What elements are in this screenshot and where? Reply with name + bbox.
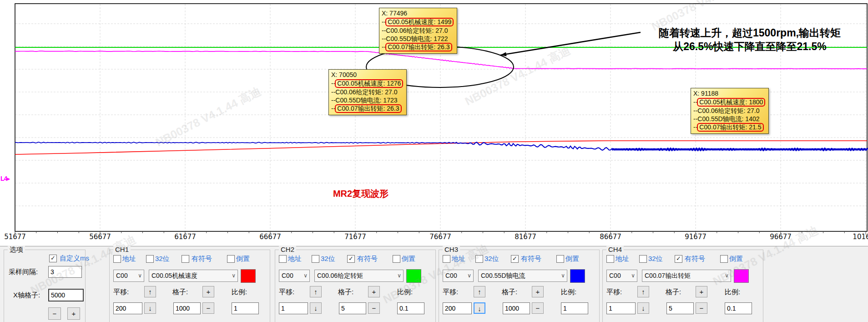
x-axis-label: 61677 <box>174 233 196 241</box>
x-axis-label: 96677 <box>770 233 792 241</box>
trigger-marker-l4[interactable]: L4▸ <box>0 175 10 182</box>
ch2-32bit-label[interactable]: 32位 <box>321 255 335 263</box>
ch1-32bit-label[interactable]: 32位 <box>155 255 170 263</box>
ch2-color-swatch[interactable] <box>406 269 421 283</box>
x-grid-plus-button[interactable]: + <box>67 307 80 320</box>
ch4-signed-label[interactable]: 有符号 <box>685 255 705 263</box>
ch2-invert-label[interactable]: 倒置 <box>402 255 415 263</box>
ch3-signal-select[interactable]: C00.55D轴电流∨ <box>478 270 567 282</box>
ch4-address-label[interactable]: 地址 <box>616 255 629 263</box>
ch1-signal-value: C00.05机械速度 <box>151 272 197 279</box>
ch3-grid-plus-button[interactable]: + <box>532 286 544 297</box>
ch4-32bit-label[interactable]: 32位 <box>648 255 663 263</box>
data-tooltip: X: 70050--C00.05机械速度: 1276--C00.06给定转矩: … <box>328 69 407 115</box>
ch4-invert-checkbox[interactable] <box>720 255 728 263</box>
ch1-pan-input[interactable] <box>113 302 142 314</box>
ch1-group-select[interactable]: C00∨ <box>113 270 144 282</box>
ch2-signed-label[interactable]: 有符号 <box>357 255 378 263</box>
ch4-scale-input[interactable] <box>725 302 752 314</box>
custom-ms-checkbox[interactable]: ✓ <box>49 255 57 262</box>
ch3-address-checkbox[interactable] <box>443 255 450 263</box>
x-grid-input[interactable] <box>48 289 84 302</box>
ch3-invert-checkbox[interactable] <box>556 255 564 263</box>
ch4-32bit-checkbox[interactable] <box>639 255 647 263</box>
ch4-signed-checkbox[interactable]: ✓ <box>675 255 682 263</box>
ch2-address-label[interactable]: 地址 <box>288 255 302 263</box>
ch3-scale-input[interactable] <box>561 302 588 314</box>
ch1-signed-checkbox[interactable] <box>182 255 189 263</box>
waveform-chart[interactable]: 5167756677616776667771677766778167786677… <box>0 0 868 246</box>
ch4-color-swatch[interactable] <box>734 269 749 283</box>
ch4-pan-input[interactable] <box>606 302 636 314</box>
tooltip-line: --C00.05机械速度: 1499 <box>382 18 454 26</box>
ch1-address-checkbox[interactable] <box>113 255 121 263</box>
ch1-color-swatch[interactable] <box>241 269 256 283</box>
options-group: 选项 ✓ 自定义ms 采样间隔: X轴格子: − + <box>4 250 86 322</box>
ch3-grid-label: 格子: <box>502 288 517 296</box>
ch3-signed-checkbox[interactable]: ✓ <box>511 255 519 263</box>
sample-interval-input[interactable] <box>48 266 82 278</box>
ch4-grid-minus-button[interactable]: − <box>696 302 707 314</box>
ch4-grid-plus-button[interactable]: + <box>696 286 707 297</box>
tooltip-x-value: X: 91188 <box>693 89 765 98</box>
ch3-grid-input[interactable] <box>503 302 530 314</box>
ch1-grid-minus-button[interactable]: − <box>202 302 214 314</box>
tooltip-value: C00.06给定转矩: 27.0 <box>386 27 448 34</box>
tooltip-line: --C00.55D轴电流: 1723 <box>331 96 403 104</box>
ch1-invert-label[interactable]: 倒置 <box>236 255 250 263</box>
tooltip-line-prefix: -- <box>693 107 697 114</box>
trace-D轴电流 <box>15 142 455 143</box>
ch4-pan-up-button[interactable]: ↑ <box>637 286 649 297</box>
ch2-grid-minus-button[interactable]: − <box>368 302 380 314</box>
ch4-pan-label: 平移: <box>606 288 622 296</box>
channel-group-ch3: CH3 地址 32位 ✓ 有符号 倒置 C00∨ C00.55D轴电流∨ 平移:… <box>439 250 600 322</box>
x-axis-label: 51677 <box>4 233 26 241</box>
ch2-signed-checkbox[interactable]: ✓ <box>347 255 355 263</box>
ch2-pan-input[interactable] <box>279 302 308 314</box>
trace-D轴电流 <box>612 149 867 150</box>
tooltip-line: --C00.55D轴电流: 1722 <box>382 35 454 43</box>
ch3-invert-label[interactable]: 倒置 <box>565 255 579 263</box>
ch2-address-checkbox[interactable] <box>279 255 287 263</box>
ch1-scale-input[interactable] <box>232 302 259 314</box>
ch2-scale-input[interactable] <box>397 302 424 314</box>
ch2-grid-input[interactable] <box>339 302 366 314</box>
ch3-pan-down-button[interactable]: ↓ <box>474 302 485 314</box>
ch1-pan-up-button[interactable]: ↑ <box>144 286 156 297</box>
ch4-grid-input[interactable] <box>666 302 694 314</box>
sample-interval-label: 采样间隔: <box>9 268 38 276</box>
ch3-group-select[interactable]: C00∨ <box>443 270 474 282</box>
ch4-signal-select[interactable]: C00.07输出转矩∨ <box>642 270 731 282</box>
ch4-group-select[interactable]: C00∨ <box>606 270 637 282</box>
ch1-address-label[interactable]: 地址 <box>122 255 136 263</box>
ch1-grid-plus-button[interactable]: + <box>202 286 214 297</box>
ch3-32bit-label[interactable]: 32位 <box>484 255 499 263</box>
ch2-group-select[interactable]: C00∨ <box>279 270 310 282</box>
ch3-pan-input[interactable] <box>443 302 472 314</box>
ch3-32bit-checkbox[interactable] <box>475 255 483 263</box>
ch2-32bit-checkbox[interactable] <box>312 255 319 263</box>
ch1-32bit-checkbox[interactable] <box>146 255 154 263</box>
ch3-color-swatch[interactable] <box>570 269 585 283</box>
ch2-grid-plus-button[interactable]: + <box>368 286 380 297</box>
tooltip-line: --C00.07输出转矩: 26.3 <box>331 104 403 113</box>
ch2-pan-down-button[interactable]: ↓ <box>310 302 322 314</box>
ch2-pan-up-button[interactable]: ↑ <box>310 286 322 297</box>
ch3-address-label[interactable]: 地址 <box>452 255 465 263</box>
ch1-grid-input[interactable] <box>173 302 201 314</box>
tooltip-highlighted-value: C00.05机械速度: 1276 <box>335 79 403 88</box>
ch3-signed-label[interactable]: 有符号 <box>521 255 541 263</box>
x-grid-minus-button[interactable]: − <box>48 307 61 320</box>
ch3-pan-up-button[interactable]: ↑ <box>474 286 485 297</box>
ch1-invert-checkbox[interactable] <box>227 255 235 263</box>
ch1-pan-down-button[interactable]: ↓ <box>144 302 156 314</box>
ch2-invert-checkbox[interactable] <box>393 255 400 263</box>
ch4-pan-down-button[interactable]: ↓ <box>637 302 649 314</box>
ch4-invert-label[interactable]: 倒置 <box>729 255 743 263</box>
ch4-address-checkbox[interactable] <box>606 255 614 263</box>
ch2-signal-select[interactable]: C00.06给定转矩∨ <box>314 270 404 282</box>
ch3-grid-minus-button[interactable]: − <box>532 302 544 314</box>
ch1-signal-select[interactable]: C00.05机械速度∨ <box>149 270 238 282</box>
ch1-signed-label[interactable]: 有符号 <box>192 255 212 263</box>
custom-ms-label[interactable]: 自定义ms <box>60 254 89 263</box>
